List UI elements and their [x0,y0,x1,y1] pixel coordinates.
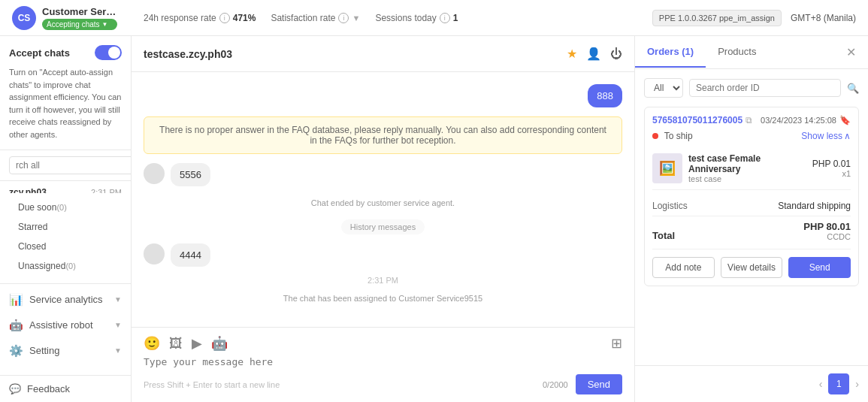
product-price: PHP 0.01 x1 [812,159,851,178]
topbar-right: PPE 1.0.0.3267 ppe_im_assign GMT+8 (Mani… [652,10,856,26]
sidebar-item-setting[interactable]: ⚙️ Setting ▼ [0,338,131,364]
add-note-button[interactable]: Add note [652,257,715,278]
chat-input-area: 🙂 🖼 ▶ 🤖 ⊞ Press Shift + Enter to start a… [132,327,634,402]
next-page-button[interactable]: › [855,378,859,390]
avatar-small-2 [144,243,165,264]
ppe-badge: PPE 1.0.0.3267 ppe_im_assign [652,10,782,26]
info-icon-sessions[interactable]: i [440,13,450,23]
right-panel-content: All 🔍 576581075011276005 ⧉ 03/24/2023 14… [635,69,868,365]
list-item[interactable]: zcy.ph03 2:31 PM has been assig... ★ [0,181,131,193]
sidebar-item-assistive-robot[interactable]: 🤖 Assistive robot ▼ [0,313,131,338]
avatar-small [144,163,165,184]
view-details-button[interactable]: View details [721,257,783,278]
nav-divider [0,283,131,284]
avatar: CS [12,6,36,30]
chevron-up-icon: ∧ [844,131,851,141]
order-date: 03/24/2023 14:25:08 [761,116,836,125]
chat-panel: testcase.zcy.ph03 ★ 👤 ⏻ 888 There is no … [132,36,635,402]
status-badge[interactable]: Accepting chats ▼ [42,19,117,30]
search-sort-row: Sort ▼ [0,150,131,181]
prev-page-button[interactable]: ‹ [819,378,823,390]
tab-orders[interactable]: Orders (1) [635,37,706,68]
topbar-stats: 24h response rate i 471% Satisfaction ra… [144,13,652,23]
order-status: To ship [664,131,693,141]
bookmark-icon[interactable]: 🔖 [839,115,851,125]
nav-item-due-soon[interactable]: Due soon(0) [0,198,131,217]
feedback-icon: 💬 [9,383,21,394]
system-chat-ended: Chat ended by customer service agent. [144,195,622,210]
search-input[interactable] [9,156,132,174]
order-total: Total PHP 80.01 CCDC [652,221,851,241]
accept-chats-panel: Accept chats Turn on "Accept auto-assign… [0,36,131,150]
nav-item-closed[interactable]: Closed [0,237,131,256]
char-count: 0/2000 [543,380,568,389]
agent-info: CS Customer Servi... Accepting chats ▼ [12,6,144,30]
accept-chats-title: Accept chats [9,47,70,59]
chevron-down-icon: ▼ [114,321,122,329]
chat-title: testcase.zcy.ph03 [144,48,232,60]
user-icon[interactable]: 👤 [586,47,601,61]
feedback-item[interactable]: 💬 Feedback [0,375,131,402]
satisfaction-dropdown[interactable]: ▼ [352,14,360,23]
tab-products[interactable]: Products [706,37,768,68]
accept-chats-desc: Turn on "Accept auto-assign chats" to im… [9,66,122,141]
nav-item-unassigned[interactable]: Unassigned(0) [0,256,131,276]
gear-icon: ⚙️ [9,344,23,358]
emoji-icon[interactable]: 🙂 [144,335,160,352]
order-actions: Add note View details Send [652,249,851,278]
order-search-input[interactable] [689,79,841,97]
power-icon[interactable]: ⏻ [610,47,622,61]
chart-icon: 📊 [9,293,23,307]
right-panel: Orders (1) Products ✕ All 🔍 576581075011… [635,36,868,402]
right-panel-header: Orders (1) Products ✕ [635,36,868,69]
image-icon[interactable]: 🖼 [169,336,183,352]
message-received-4444: 4444 [144,243,210,267]
order-header: 576581075011276005 ⧉ 03/24/2023 14:25:08… [652,115,851,125]
send-order-button[interactable]: Send [788,257,851,278]
status-dot [652,133,658,139]
message-input[interactable] [144,356,622,367]
message-timestamp: 2:31 PM [144,276,622,285]
order-product: 🖼️ test case Female Anniversary test cas… [652,147,851,190]
bot-icon[interactable]: 🤖 [211,335,228,352]
order-card: 576581075011276005 ⧉ 03/24/2023 14:25:08… [644,107,859,286]
info-icon-response[interactable]: i [219,13,230,23]
search-icon[interactable]: 🔍 [847,83,859,94]
product-details: test case Female Anniversary test case [688,153,806,183]
message-received-5556: 5556 [144,163,210,186]
total-value: PHP 80.01 CCDC [803,221,851,241]
grid-icon[interactable]: ⊞ [611,335,622,352]
sidebar-item-service-analytics[interactable]: 📊 Service analytics ▼ [0,287,131,313]
system-faq-message: There is no proper answer in the FAQ dat… [144,116,622,154]
stat-satisfaction: Satisfaction rate i ▼ [271,13,360,23]
main-layout: Accept chats Turn on "Accept auto-assign… [0,36,868,402]
history-messages-label: History messages [341,219,425,234]
info-icon-satisfaction[interactable]: i [338,13,349,23]
filter-select[interactable]: All [644,78,683,98]
assigned-message: The chat has been assigned to Customer S… [144,294,622,303]
stat-response-rate: 24h response rate i 471% [144,13,256,23]
stat-sessions: Sessions today i 1 [375,13,458,23]
chevron-down-icon: ▼ [114,295,122,304]
input-hint: Press Shift + Enter to start a new line [144,380,280,389]
close-panel-button[interactable]: ✕ [834,36,868,68]
copy-icon[interactable]: ⧉ [746,115,752,125]
robot-icon: 🤖 [9,319,23,332]
chat-input-footer: Press Shift + Enter to start a new line … [144,374,622,394]
video-icon[interactable]: ▶ [192,335,202,352]
accept-chats-toggle[interactable] [95,45,122,60]
send-message-button[interactable]: Send [576,374,622,394]
accept-chats-header: Accept chats [9,45,122,60]
chat-header-icons: ★ 👤 ⏻ [567,47,622,61]
chat-toolbar: 🙂 🖼 ▶ 🤖 ⊞ [144,335,622,352]
order-logistics: Logistics Standard shipping [652,196,851,216]
timezone: GMT+8 (Manila) [791,13,856,23]
agent-name: Customer Servi... [42,6,117,17]
show-less-button[interactable]: Show less ∧ [801,131,851,141]
star-filled-icon[interactable]: ★ [567,47,577,61]
nav-item-starred[interactable]: Starred [0,217,131,237]
pagination: ‹ 1 › [635,365,868,402]
chat-messages: 888 There is no proper answer in the FAQ… [132,72,634,327]
chevron-down-icon: ▼ [102,21,108,28]
page-1-button[interactable]: 1 [828,373,849,394]
